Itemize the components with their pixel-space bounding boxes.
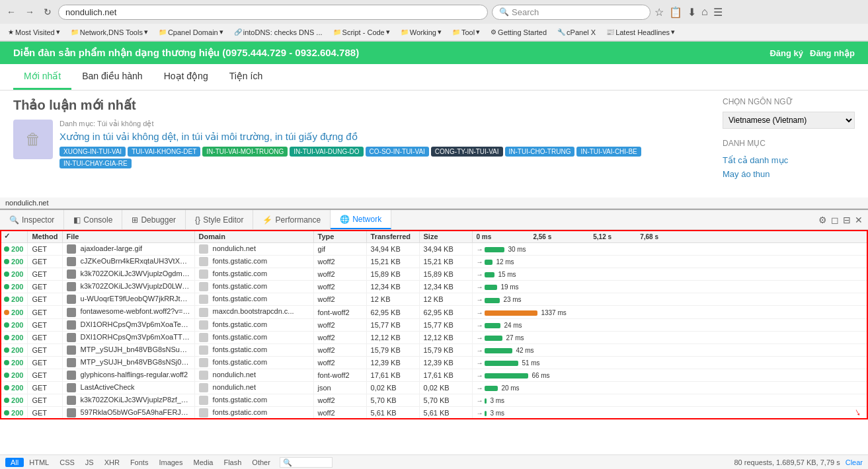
tab-performance[interactable]: ⚡ Performance (253, 210, 331, 229)
table-row[interactable]: 200 GET ajaxloader-large.gif nondulich.n… (0, 243, 868, 256)
table-row[interactable]: 200 GET MTP_ySUJH_bn48VBG8sNSj0LW-43aMEz… (0, 356, 868, 369)
cat-may-ao[interactable]: May áo thun (723, 167, 855, 181)
filter-tab-other[interactable]: Other (247, 458, 276, 467)
table-row[interactable]: 200 GET k3k702ZOKiLJc3WVjuplzD0LW-43aMEz… (0, 281, 868, 293)
bookmark-network-dns[interactable]: 📁 Network,DNS Tools ▾ (67, 26, 152, 38)
row-file[interactable]: glyphicons-halflings-regular.woff2 (62, 369, 194, 381)
close-devtools-icon[interactable]: ✕ (855, 215, 863, 225)
nav-item-hoat-dong[interactable]: Hoạt động (153, 64, 219, 90)
url-bar[interactable]: nondulich.net (58, 5, 488, 20)
table-row[interactable]: 200 GET DXI1ORHCpsQm3Vp6mXoaTegdm0LZdjqr… (0, 318, 868, 331)
bookmark-getting-started[interactable]: ⚙ Getting Started (487, 27, 551, 38)
tab-network[interactable]: 🌐 Network (331, 210, 391, 229)
col-header-domain[interactable]: Domain (194, 230, 313, 243)
download-icon[interactable]: ⬇ (688, 6, 696, 18)
table-row[interactable]: 200 GET fontawesome-webfont.woff2?v=4.4.… (0, 306, 868, 318)
home-icon[interactable]: ⌂ (701, 6, 708, 18)
row-file[interactable]: LastActiveCheck (62, 382, 194, 394)
tag-in-tui-gia[interactable]: IN-TUI-CHAY-GIA-RE (59, 159, 132, 168)
post-title[interactable]: Xưởng in túi vải không dệt, in túi vải m… (59, 131, 709, 143)
tab-console[interactable]: ◧ Console (64, 210, 122, 229)
nav-item-moi-nhat[interactable]: Mới nhất (13, 64, 71, 90)
col-header-size[interactable]: Size (419, 230, 472, 243)
row-file[interactable]: ajaxloader-large.gif (62, 243, 194, 256)
login-link[interactable]: Đăng nhập (810, 48, 855, 58)
network-panel[interactable]: ▲ ↓ ✓ Method File Domain Type Transferre… (0, 230, 868, 454)
bookmark-cpanel[interactable]: 📁 Cpanel Domain ▾ (155, 26, 227, 38)
tab-inspector[interactable]: 🔍 Inspector (0, 210, 64, 229)
filter-tab-html[interactable]: HTML (24, 458, 54, 467)
domain-name: nondulich.net (213, 371, 256, 379)
col-header-type[interactable]: Type (313, 230, 366, 243)
table-row[interactable]: 200 GET u-WUoqrET9fUeobQW7jkRRJtnKITppOl… (0, 293, 868, 306)
table-row[interactable]: 200 GET k3k702ZOKiLJc3WVjuplzOgdm0LZdjqr… (0, 268, 868, 281)
filter-tab-images[interactable]: Images (153, 458, 188, 467)
bookmark-working[interactable]: 📁 Working ▾ (397, 26, 446, 38)
language-select[interactable]: Vietnamese (Vietnam) (723, 112, 855, 129)
row-file[interactable]: u-WUoqrET9fUeobQW7jkRRJtnKITppOl_lvc... (62, 293, 194, 306)
settings-icon[interactable]: ⚙ (818, 215, 827, 225)
filter-tab-flash[interactable]: Flash (218, 458, 247, 467)
filter-tab-media[interactable]: Media (188, 458, 218, 467)
table-row[interactable]: 200 GET cJZKeOuBrn4kERxqtaUH3VtXRa8TVwTI… (0, 256, 868, 268)
table-row[interactable]: 200 GET DXI1ORHCpsQm3Vp6mXoaTT0LW-43aMEz… (0, 331, 868, 343)
timeline-time: 30 ms (508, 246, 526, 253)
bookmark-intodns[interactable]: 🔗 intoDNS: checks DNS ... (230, 27, 327, 38)
tab-debugger[interactable]: ⊞ Debugger (122, 210, 186, 229)
split-icon[interactable]: ⊟ (843, 215, 851, 225)
row-size: 15,21 KB (419, 256, 472, 268)
tag-tui-vai[interactable]: TUI-VAI-KHONG-DET (128, 147, 200, 157)
bookmark-most-visited[interactable]: ★ Most Visited ▾ (4, 26, 64, 38)
tag-xuong-in[interactable]: XUONG-IN-TUI-VAI (59, 147, 126, 157)
tag-cong-ty[interactable]: CONG-TY-IN-TUI-VAI (431, 147, 503, 157)
register-link[interactable]: Đăng ký (769, 48, 803, 58)
menu-icon[interactable]: ☰ (713, 6, 723, 18)
cat-all[interactable]: Tất cả danh mục (723, 153, 855, 167)
row-file[interactable]: DXI1ORHCpsQm3Vp6mXoaTT0LW-43aMEzI... (62, 331, 194, 343)
row-file[interactable]: k3k702ZOKiLJc3WVjuplzP8zf_FOSsgRmwsS... (62, 394, 194, 407)
table-row[interactable]: 200 GET glyphicons-halflings-regular.wof… (0, 369, 868, 381)
tag-in-tui-dung[interactable]: IN-TUI-VAI-DUNG-DO (290, 147, 363, 157)
filter-tab-fonts[interactable]: Fonts (125, 458, 154, 467)
tab-style-editor[interactable]: {} Style Editor (186, 210, 253, 229)
col-header-transferred[interactable]: Transferred (366, 230, 419, 243)
row-file[interactable]: MTP_ySUJH_bn48VBG8sNSugdm0LZdjqr5-... (62, 343, 194, 356)
bookmark-cpanel-x[interactable]: 🔧 cPanel X (553, 27, 600, 38)
back-button[interactable]: ← (4, 5, 19, 18)
row-file[interactable]: 597RklaO5bWGoF5A9haFERJtnKITppOl_lvc... (62, 407, 194, 419)
filter-tab-all[interactable]: All (5, 458, 24, 467)
row-file[interactable]: fontawesome-webfont.woff2?v=4.4.0 (62, 306, 194, 318)
tag-in-tui-cho[interactable]: IN-TUI-CHO-TRUNG (505, 147, 575, 157)
bookmark-icon[interactable]: ☆ (654, 6, 664, 18)
nav-item-tien-ich[interactable]: Tiện ích (219, 64, 274, 90)
dock-icon[interactable]: ◻ (831, 215, 839, 225)
tag-in-tui-chi[interactable]: IN-TUI-VAI-CHI-BE (576, 147, 641, 157)
bookmark-headlines[interactable]: 📰 Latest Headlines ▾ (602, 26, 679, 38)
filter-tab-xhr[interactable]: XHR (99, 458, 125, 467)
tag-in-tui-moi[interactable]: IN-TUI-VAI-MOI-TRUONG (202, 147, 288, 157)
filter-tab-js[interactable]: JS (80, 458, 99, 467)
reload-button[interactable]: ↻ (41, 5, 54, 18)
clear-button[interactable]: Clear (846, 458, 863, 466)
bookmark-script[interactable]: 📁 Script - Code ▾ (329, 26, 394, 38)
table-row[interactable]: 200 GET 597RklaO5bWGoF5A9haFERJtnKITppOl… (0, 407, 868, 419)
row-file[interactable]: DXI1ORHCpsQm3Vp6mXoaTegdm0LZdjqr5-... (62, 318, 194, 331)
search-bar[interactable]: 🔍 Search (492, 5, 651, 20)
row-file[interactable]: MTP_ySUJH_bn48VBG8sNSj0LW-43aMEzIO... (62, 356, 194, 369)
history-icon[interactable]: 📋 (669, 6, 682, 18)
table-row[interactable]: 200 GET LastActiveCheck nondulich.net js… (0, 382, 868, 394)
row-file[interactable]: cJZKeOuBrn4kERxqtaUH3VtXRa8TVwTICgir... (62, 256, 194, 268)
tag-co-so[interactable]: CO-SO-IN-TUI-VAI (366, 147, 429, 157)
chevron-icon: ▾ (438, 28, 442, 36)
bookmark-tool[interactable]: 📁 Tool ▾ (448, 26, 484, 38)
nav-item-ban-dieu-hanh[interactable]: Ban điều hành (71, 64, 153, 90)
table-row[interactable]: 200 GET MTP_ySUJH_bn48VBG8sNSugdm0LZdjqr… (0, 343, 868, 356)
forward-button[interactable]: → (22, 5, 37, 18)
file-name: cJZKeOuBrn4kERxqtaUH3VtXRa8TVwTICgir... (81, 257, 194, 265)
col-header-file[interactable]: File (62, 230, 194, 243)
table-row[interactable]: 200 GET k3k702ZOKiLJc3WVjuplzP8zf_FOSsgR… (0, 394, 868, 407)
filter-tab-css[interactable]: CSS (54, 458, 80, 467)
row-file[interactable]: k3k702ZOKiLJc3WVjuplzOgdm0LZdjqr5-oa... (62, 268, 194, 281)
filter-input[interactable] (280, 457, 333, 468)
row-file[interactable]: k3k702ZOKiLJc3WVjuplzD0LW-43aMEzIO6... (62, 281, 194, 293)
